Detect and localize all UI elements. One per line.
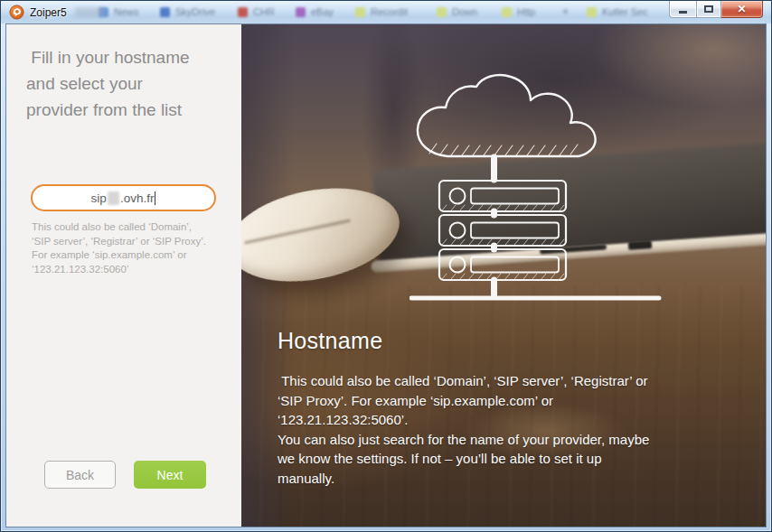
wizard-content: Fill in your hostname and select your pr…: [5, 23, 767, 527]
background-bookmark: Kutler Sec: [587, 6, 648, 17]
left-panel: Fill in your hostname and select your pr…: [6, 24, 241, 527]
close-button[interactable]: ✕: [721, 1, 763, 18]
bookmark-star-icon: ★: [561, 6, 570, 16]
cloud-server-illustration-icon: [410, 73, 663, 337]
maximize-button[interactable]: [696, 1, 721, 18]
window-title: Zoiper5: [30, 6, 67, 19]
background-bookmark: CHR: [238, 6, 275, 17]
minimize-icon: [679, 11, 687, 14]
window-controls: ✕: [669, 1, 763, 18]
bookmark-label: Kutler Sec: [602, 6, 648, 17]
zoiper-logo-icon: [9, 5, 24, 20]
title-group: Zoiper5: [9, 5, 67, 20]
titlebar[interactable]: NewsSkyDriveCHReBayRecorditDownHttp★Kutl…: [1, 1, 771, 23]
background-bookmark: eBay: [296, 6, 334, 17]
hostname-section-title: Hostname: [278, 328, 734, 354]
background-bookmark: Recordit: [355, 6, 408, 17]
redacted-segment: [108, 191, 119, 205]
hostname-value-suffix: .ovh.fr: [120, 191, 155, 205]
minimize-button[interactable]: [669, 1, 696, 18]
bookmark-favicon: [296, 7, 306, 17]
bookmark-favicon: [160, 7, 170, 17]
bookmark-label: eBay: [311, 6, 334, 17]
bookmark-label: Recordit: [371, 6, 408, 17]
back-button[interactable]: Back: [44, 461, 116, 489]
bookmark-favicon: [437, 7, 447, 17]
bookmark-label: Http: [517, 6, 535, 17]
background-bookmark: ★: [561, 6, 570, 16]
bookmark-label: News: [114, 6, 139, 17]
background-bookmark: Http: [502, 6, 535, 17]
hostname-value-prefix: sip: [91, 191, 107, 205]
wizard-buttons: Back Next: [6, 461, 241, 489]
background-bookmark: News: [99, 6, 139, 17]
next-button[interactable]: Next: [134, 461, 206, 489]
hostname-description: This could also be called ‘Domain’, ‘SIP…: [278, 371, 734, 488]
hostname-input[interactable]: sip.ovh.fr: [31, 184, 216, 211]
background-bookmarks-strip: NewsSkyDriveCHReBayRecorditDownHttp★Kutl…: [1, 1, 771, 23]
close-icon: ✕: [737, 4, 746, 14]
bookmark-label: CHR: [253, 6, 275, 17]
wizard-heading: Fill in your hostname and select your pr…: [26, 44, 231, 123]
right-panel: Hostname This could also be called ‘Doma…: [241, 24, 766, 527]
bookmark-favicon: [238, 7, 248, 17]
background-bookmark: SkyDrive: [160, 6, 215, 17]
hostname-helper-text: This could also be called ‘Domain’, ‘SIP…: [32, 220, 221, 276]
background-smudge: [75, 7, 104, 17]
bookmark-favicon: [502, 7, 512, 17]
bookmark-favicon: [587, 7, 597, 17]
zoiper-window: NewsSkyDriveCHReBayRecorditDownHttp★Kutl…: [0, 0, 772, 532]
bookmark-favicon: [355, 7, 365, 17]
text-caret: [155, 191, 155, 205]
bookmark-label: SkyDrive: [175, 6, 215, 17]
background-bookmark: Down: [437, 6, 477, 17]
bookmark-label: Down: [452, 6, 477, 17]
hostname-info-block: Hostname This could also be called ‘Doma…: [278, 328, 734, 488]
maximize-icon: [704, 5, 713, 13]
